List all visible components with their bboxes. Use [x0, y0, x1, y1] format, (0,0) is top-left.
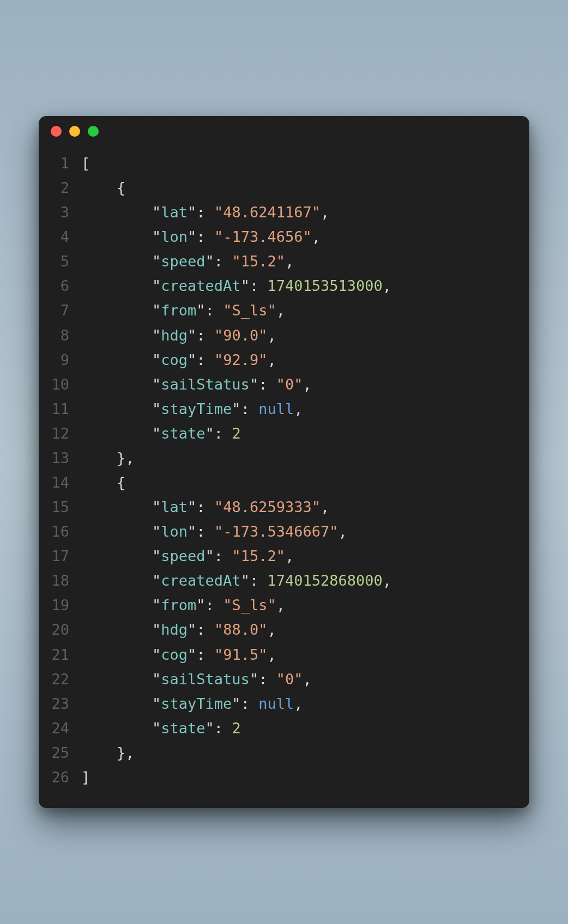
token-p: "	[188, 621, 196, 638]
token-p: [	[81, 155, 90, 172]
code-line: 9 "cog": "92.9",	[39, 348, 529, 372]
token-k: hdg	[161, 621, 188, 638]
code-content: },	[81, 740, 529, 765]
token-p: "	[188, 351, 196, 368]
line-number: 23	[39, 691, 81, 716]
line-number: 6	[39, 273, 81, 298]
code-content: "cog": "92.9",	[81, 348, 529, 372]
token-s: "15.2"	[232, 548, 285, 564]
code-line: 7 "from": "S_ls",	[39, 298, 529, 323]
token-p: "	[188, 327, 196, 344]
line-number: 10	[39, 372, 81, 397]
token-s: "15.2"	[232, 253, 285, 270]
line-number: 24	[39, 716, 81, 740]
token-p: "	[152, 695, 161, 712]
token-p: ,	[303, 671, 311, 688]
code-line: 10 "sailStatus": "0",	[39, 372, 529, 397]
token-s: "0"	[276, 671, 303, 688]
code-line: 12 "state": 2	[39, 421, 529, 446]
code-content: "state": 2	[81, 421, 529, 446]
token-p: "	[232, 695, 240, 712]
token-p: :	[196, 523, 214, 540]
code-line: 3 "lat": "48.6241167",	[39, 200, 529, 224]
token-p: ,	[383, 572, 391, 589]
token-p: :	[241, 400, 259, 417]
token-k: lat	[161, 204, 188, 221]
code-content: {	[81, 175, 529, 200]
code-line: 17 "speed": "15.2",	[39, 544, 529, 568]
token-p: :	[196, 204, 214, 221]
token-n: 1740153513000	[267, 277, 382, 294]
code-line: 13 },	[39, 446, 529, 470]
token-s: "-173.4656"	[214, 228, 312, 245]
token-p: :	[196, 327, 214, 344]
code-line: 20 "hdg": "88.0",	[39, 617, 529, 642]
token-p: ,	[321, 204, 329, 221]
line-number: 21	[39, 642, 81, 667]
token-p: "	[206, 720, 214, 737]
code-content: "createdAt": 1740153513000,	[81, 273, 529, 298]
traffic-light-zoom[interactable]	[88, 126, 99, 137]
line-number: 12	[39, 421, 81, 446]
code-line: 18 "createdAt": 1740152868000,	[39, 568, 529, 593]
code-line: 22 "sailStatus": "0",	[39, 667, 529, 691]
token-p: :	[196, 621, 214, 638]
code-content: {	[81, 470, 529, 495]
code-content: "cog": "91.5",	[81, 642, 529, 667]
token-s: "88.0"	[214, 621, 268, 638]
code-line: 23 "stayTime": null,	[39, 691, 529, 716]
token-p: "	[250, 376, 258, 393]
titlebar	[39, 116, 529, 147]
token-k: cog	[161, 646, 188, 663]
token-p: "	[152, 400, 161, 417]
line-number: 20	[39, 617, 81, 642]
token-p: "	[152, 671, 161, 688]
token-p: "	[188, 523, 196, 540]
line-number: 11	[39, 397, 81, 421]
token-p: ,	[267, 327, 276, 344]
traffic-light-minimize[interactable]	[69, 126, 80, 137]
code-line: 8 "hdg": "90.0",	[39, 323, 529, 348]
token-p: ]	[81, 769, 90, 786]
token-p: ,	[276, 597, 285, 613]
token-k: speed	[161, 548, 205, 564]
code-content: "stayTime": null,	[81, 397, 529, 421]
token-p: "	[188, 204, 196, 221]
code-editor[interactable]: 1[2 {3 "lat": "48.6241167",4 "lon": "-17…	[39, 147, 529, 808]
line-number: 9	[39, 348, 81, 372]
token-k: cog	[161, 351, 188, 368]
token-p: "	[241, 572, 250, 589]
token-k: lon	[161, 523, 188, 540]
code-line: 6 "createdAt": 1740153513000,	[39, 273, 529, 298]
token-s: "0"	[276, 376, 303, 393]
code-content: ]	[81, 765, 529, 789]
token-p: ,	[285, 548, 294, 564]
line-number: 4	[39, 224, 81, 249]
traffic-light-close[interactable]	[51, 126, 62, 137]
token-p: "	[152, 425, 161, 442]
token-p: ,	[267, 351, 276, 368]
token-nl: null	[258, 400, 294, 417]
token-p: {	[117, 179, 125, 196]
line-number: 7	[39, 298, 81, 323]
token-p: "	[152, 646, 161, 663]
line-number: 18	[39, 568, 81, 593]
token-s: "48.6241167"	[214, 204, 321, 221]
token-p: "	[152, 204, 161, 221]
token-p: :	[258, 671, 276, 688]
token-p: ,	[267, 646, 276, 663]
code-line: 26]	[39, 765, 529, 789]
code-line: 16 "lon": "-173.5346667",	[39, 519, 529, 544]
token-p: :	[196, 351, 214, 368]
code-content: "lon": "-173.4656",	[81, 224, 529, 249]
code-line: 24 "state": 2	[39, 716, 529, 740]
token-s: "90.0"	[214, 327, 268, 344]
token-p: :	[206, 597, 223, 613]
line-number: 16	[39, 519, 81, 544]
token-p: "	[206, 548, 214, 564]
line-number: 19	[39, 593, 81, 617]
token-p: :	[250, 572, 268, 589]
token-p: "	[152, 351, 161, 368]
token-p: ,	[312, 228, 321, 245]
token-p: :	[196, 646, 214, 663]
